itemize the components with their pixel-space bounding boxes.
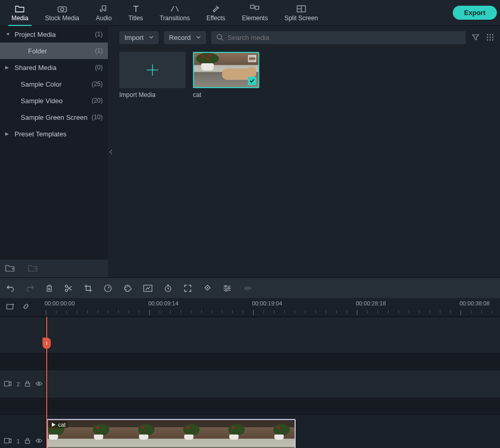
media-card-cat[interactable]: cat (193, 52, 259, 99)
track-spacer (0, 317, 500, 353)
svg-point-24 (207, 287, 209, 288)
tab-transitions[interactable]: Transitions (151, 0, 198, 26)
tab-label: Transitions (160, 15, 190, 22)
lock-icon[interactable] (25, 438, 30, 445)
track-2[interactable]: 2 (0, 370, 500, 398)
tree-count: (1) (95, 47, 103, 54)
elements-icon (250, 4, 259, 13)
track-head: 1 (0, 415, 46, 448)
import-media-card[interactable]: Import Media (119, 52, 186, 99)
tree-count: (20) (92, 97, 103, 104)
record-dropdown[interactable]: Record (164, 31, 206, 44)
split-icon[interactable] (64, 284, 73, 292)
tree-count: (25) (92, 80, 103, 88)
marker-icon[interactable] (203, 284, 212, 292)
lock-icon[interactable] (25, 381, 30, 388)
ruler-row: 00:00:00:00 00:00:09:14 00:00:19:04 00:0… (0, 298, 500, 317)
sidebar-item-sample-video[interactable]: Sample Video (20) (0, 92, 108, 109)
export-button[interactable]: Export (453, 6, 497, 20)
collapse-sidebar-handle[interactable] (108, 26, 114, 277)
settings-icon[interactable] (223, 285, 231, 292)
clip-frames (48, 427, 295, 448)
tab-stock-media[interactable]: Stock Media (37, 0, 88, 26)
selected-check-icon (248, 77, 256, 85)
sidebar-item-project-media[interactable]: ▼ Project Media (1) (0, 26, 108, 43)
grid-view-icon[interactable] (485, 33, 495, 42)
dropdown-label: Import (124, 34, 144, 41)
tab-elements[interactable]: Elements (233, 0, 276, 26)
import-thumb[interactable] (119, 52, 186, 88)
filter-icon[interactable] (471, 33, 480, 42)
tab-effects[interactable]: Effects (198, 0, 233, 26)
svg-rect-2 (251, 5, 254, 8)
tab-label: Titles (128, 15, 143, 22)
main-area: ▼ Project Media (1) Folder (1) ▶ Shared … (0, 26, 500, 277)
svg-point-13 (490, 39, 491, 40)
tree-label: Preset Templates (15, 130, 103, 138)
svg-point-17 (65, 289, 67, 291)
color-icon[interactable] (123, 284, 132, 292)
tree-label: Sample Video (21, 97, 92, 105)
tab-media[interactable]: Media (3, 0, 37, 26)
ruler-label: 00:00:38:08 (460, 300, 490, 306)
delete-icon[interactable] (46, 284, 53, 292)
speed-icon[interactable] (104, 284, 112, 292)
add-track-icon[interactable] (6, 303, 15, 312)
sidebar-item-sample-color[interactable]: Sample Color (25) (0, 76, 108, 92)
chevron-down-icon (149, 36, 154, 39)
tab-label: Audio (96, 15, 112, 22)
split-screen-icon (297, 4, 306, 13)
tree-count: (1) (95, 31, 103, 38)
link-icon[interactable] (22, 302, 30, 312)
visibility-icon[interactable] (35, 438, 43, 444)
track-spacer (0, 398, 500, 414)
tab-label: Split Screen (284, 15, 318, 22)
video-thumb[interactable] (193, 52, 259, 88)
tab-titles[interactable]: Titles (120, 0, 151, 26)
sidebar-item-sample-green-screen[interactable]: Sample Green Screen (10) (0, 109, 108, 125)
playhead-handle[interactable] (43, 338, 51, 349)
chevron-down-icon (196, 36, 201, 39)
ruler-label: 00:00:00:00 (45, 300, 75, 306)
svg-point-14 (492, 39, 493, 40)
tree-label: Sample Color (21, 80, 92, 88)
sidebar: ▼ Project Media (1) Folder (1) ▶ Shared … (0, 26, 108, 277)
tab-split-screen[interactable]: Split Screen (276, 0, 326, 26)
green-screen-icon[interactable] (143, 285, 152, 292)
duration-icon[interactable] (164, 284, 172, 292)
tab-label: Media (11, 15, 29, 22)
delete-folder-icon[interactable] (28, 264, 37, 273)
expand-icon[interactable] (184, 284, 192, 292)
search-input[interactable] (228, 34, 461, 41)
new-folder-icon[interactable] (5, 264, 15, 273)
sidebar-item-folder[interactable]: Folder (1) (0, 43, 108, 59)
svg-point-6 (487, 34, 488, 35)
ruler-label: 00:00:19:04 (252, 300, 282, 306)
clip-label: cat (58, 422, 66, 428)
sidebar-item-preset-templates[interactable]: ▶ Preset Templates (0, 125, 108, 142)
import-dropdown[interactable]: Import (119, 31, 159, 44)
tracks-area: 2 1 cat (0, 317, 500, 448)
timeline-ruler[interactable]: 00:00:00:00 00:00:09:14 00:00:19:04 00:0… (46, 298, 500, 316)
sidebar-item-shared-media[interactable]: ▶ Shared Media (0) (0, 59, 108, 76)
card-label: Import Media (119, 91, 186, 99)
chevron-right-icon: ▶ (5, 131, 10, 136)
media-grid: Import Media cat (114, 49, 500, 102)
tab-audio[interactable]: Audio (88, 0, 120, 26)
crop-icon[interactable] (84, 284, 92, 292)
timeline-clip-cat[interactable]: cat (47, 419, 296, 448)
undo-icon[interactable] (6, 285, 15, 292)
svg-point-20 (126, 289, 127, 290)
svg-point-9 (487, 37, 488, 38)
svg-rect-3 (255, 6, 259, 9)
ruler-label: 00:00:09:14 (148, 300, 178, 306)
svg-point-21 (128, 286, 129, 287)
track-number: 2 (17, 381, 20, 387)
playhead-line[interactable] (46, 317, 47, 448)
track-1[interactable]: 1 cat (0, 414, 500, 448)
visibility-icon[interactable] (35, 381, 43, 387)
search-field[interactable] (211, 31, 466, 44)
effects-icon (211, 4, 220, 13)
ruler-label: 00:00:28:18 (356, 300, 386, 306)
svg-point-31 (38, 383, 40, 384)
